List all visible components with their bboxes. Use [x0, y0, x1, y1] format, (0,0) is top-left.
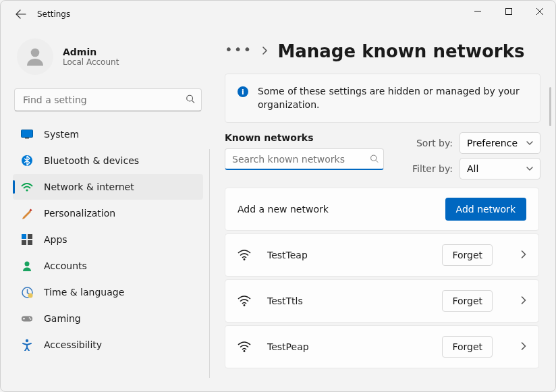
sort-value: Preference: [467, 138, 518, 148]
network-search[interactable]: [225, 148, 384, 170]
nav-icon: [21, 260, 33, 272]
sidebar-item-time-language[interactable]: Time & language: [13, 279, 203, 305]
user-name: Admin: [63, 47, 119, 57]
add-network-card: Add a new network Add network: [225, 188, 539, 231]
sidebar-item-apps[interactable]: Apps: [13, 227, 203, 252]
network-name: TestPeap: [267, 341, 426, 352]
breadcrumb: ••• Manage known networks: [225, 41, 540, 61]
sidebar-item-label: Network & internet: [44, 181, 134, 192]
sidebar-item-accessibility[interactable]: Accessibility: [13, 332, 203, 358]
svg-point-19: [30, 318, 32, 320]
avatar: [17, 38, 53, 75]
svg-rect-12: [22, 240, 26, 245]
banner-text: Some of these settings are hidden or man…: [258, 85, 528, 111]
breadcrumb-ellipsis[interactable]: •••: [225, 43, 252, 60]
nav-icon: [21, 207, 33, 219]
sidebar-item-label: Apps: [44, 234, 67, 245]
sidebar-item-label: Time & language: [44, 287, 124, 298]
nav-icon: [21, 286, 33, 298]
window-title: Settings: [37, 9, 70, 19]
sidebar-item-label: Gaming: [44, 313, 81, 324]
main-content: ••• Manage known networks i Some of thes…: [210, 28, 555, 391]
arrow-left-icon: [16, 9, 26, 20]
svg-rect-13: [28, 240, 32, 245]
nav-icon: [21, 128, 33, 140]
sidebar-item-label: Personalization: [44, 208, 115, 219]
sidebar-item-label: Accounts: [44, 260, 87, 271]
sidebar-item-network-internet[interactable]: Network & internet: [13, 174, 203, 200]
chevron-down-icon: [526, 167, 533, 171]
filter-combo[interactable]: All: [460, 158, 540, 179]
svg-point-18: [29, 317, 30, 318]
filter-value: All: [467, 163, 478, 174]
sidebar-item-system[interactable]: System: [13, 121, 203, 147]
search-icon: [370, 153, 379, 166]
network-row[interactable]: TestTtlsForget: [225, 279, 539, 323]
forget-button[interactable]: Forget: [442, 290, 493, 312]
close-button[interactable]: [524, 1, 555, 22]
svg-point-21: [371, 155, 377, 161]
sidebar-item-gaming[interactable]: Gaming: [13, 306, 203, 331]
scrollbar-thumb[interactable]: [549, 87, 551, 126]
svg-point-16: [28, 293, 32, 298]
maximize-button[interactable]: [493, 1, 524, 22]
network-row[interactable]: TestPeapForget: [225, 325, 539, 368]
chevron-right-icon: [262, 45, 268, 58]
network-search-input[interactable]: [225, 148, 384, 170]
forget-button[interactable]: Forget: [442, 244, 493, 266]
wifi-icon: [238, 294, 251, 308]
svg-point-25: [244, 350, 246, 352]
sidebar-item-bluetooth-devices[interactable]: Bluetooth & devices: [13, 148, 203, 173]
svg-rect-10: [22, 234, 26, 239]
svg-rect-1: [506, 9, 512, 15]
network-name: TestTeap: [267, 250, 426, 260]
sort-label: Sort by:: [416, 138, 453, 148]
network-row[interactable]: TestTeapForget: [225, 233, 539, 277]
known-networks-label: Known networks: [225, 132, 384, 143]
network-name: TestTtls: [267, 296, 426, 306]
sidebar-item-label: Bluetooth & devices: [44, 155, 139, 166]
sidebar-item-label: Accessibility: [44, 339, 102, 350]
svg-rect-5: [22, 130, 33, 138]
sidebar-item-personalization[interactable]: Personalization: [13, 200, 203, 226]
person-icon: [23, 45, 47, 69]
expand-chevron-icon[interactable]: [521, 249, 526, 262]
sidebar-nav: SystemBluetooth & devicesNetwork & inter…: [11, 121, 207, 358]
sidebar-divider: [209, 149, 210, 378]
minimize-button[interactable]: [462, 1, 493, 22]
back-button[interactable]: [11, 5, 30, 24]
sidebar: Admin Local Account SystemBluetooth & de…: [1, 28, 210, 391]
close-icon: [536, 8, 543, 15]
sidebar-item-label: System: [44, 129, 79, 140]
search-icon: [186, 94, 195, 107]
search-input[interactable]: [14, 88, 202, 111]
network-list: Add a new network Add network TestTeapFo…: [225, 188, 540, 368]
sort-combo[interactable]: Preference: [460, 132, 540, 154]
nav-icon: [21, 312, 33, 325]
add-network-button[interactable]: Add network: [445, 198, 526, 221]
svg-point-24: [244, 304, 246, 306]
svg-rect-6: [25, 138, 29, 139]
minimize-icon: [474, 8, 481, 15]
forget-button[interactable]: Forget: [442, 336, 493, 358]
add-network-label: Add a new network: [238, 204, 329, 215]
wifi-icon: [238, 248, 251, 262]
sidebar-item-accounts[interactable]: Accounts: [13, 253, 203, 279]
svg-point-3: [187, 95, 193, 101]
sidebar-search[interactable]: [14, 88, 202, 111]
nav-icon: [21, 155, 33, 167]
user-block[interactable]: Admin Local Account: [11, 33, 207, 87]
svg-point-23: [244, 258, 246, 260]
svg-line-22: [376, 161, 378, 163]
info-icon: i: [238, 86, 248, 97]
page-title: Manage known networks: [277, 41, 524, 61]
nav-icon: [21, 233, 33, 246]
svg-line-4: [192, 101, 195, 103]
svg-rect-11: [28, 234, 32, 239]
user-subtitle: Local Account: [63, 57, 119, 67]
svg-point-14: [25, 262, 30, 267]
titlebar: Settings: [1, 1, 555, 28]
expand-chevron-icon[interactable]: [521, 341, 526, 354]
maximize-icon: [505, 8, 512, 15]
expand-chevron-icon[interactable]: [521, 295, 526, 308]
